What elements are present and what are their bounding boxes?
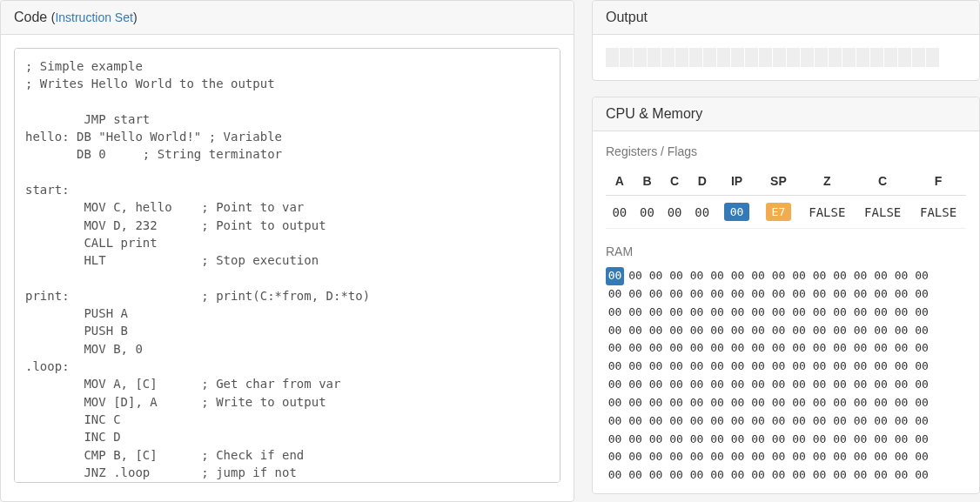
ram-cell[interactable]: 00 (728, 304, 747, 322)
ram-cell[interactable]: 00 (647, 322, 665, 340)
ram-cell[interactable]: 00 (872, 412, 890, 431)
ram-cell[interactable]: 00 (913, 394, 931, 412)
ram-cell[interactable]: 00 (606, 358, 624, 376)
ram-cell[interactable]: 00 (831, 358, 849, 376)
ram-cell[interactable]: 00 (728, 431, 747, 449)
ram-cell[interactable]: 00 (851, 431, 869, 449)
ram-cell[interactable]: 00 (810, 267, 829, 285)
ram-cell[interactable]: 00 (892, 267, 910, 285)
ram-cell[interactable]: 00 (688, 394, 706, 412)
ram-cell[interactable]: 00 (892, 466, 910, 485)
ram-cell[interactable]: 00 (831, 285, 849, 304)
ram-cell[interactable]: 00 (728, 322, 747, 340)
ram-cell[interactable]: 00 (913, 339, 931, 358)
ram-cell[interactable]: 00 (892, 448, 910, 466)
ram-cell[interactable]: 00 (728, 339, 747, 358)
ram-cell[interactable]: 00 (728, 376, 747, 394)
ram-cell[interactable]: 00 (851, 394, 869, 412)
ram-cell[interactable]: 00 (872, 267, 890, 285)
ram-cell[interactable]: 00 (790, 394, 809, 412)
ram-cell[interactable]: 00 (688, 322, 706, 340)
ram-cell[interactable]: 00 (647, 339, 665, 358)
ram-cell[interactable]: 00 (647, 304, 665, 322)
ram-cell[interactable]: 00 (708, 304, 727, 322)
ram-cell[interactable]: 00 (851, 304, 869, 322)
ram-cell[interactable]: 00 (668, 466, 686, 485)
ram-cell[interactable]: 00 (831, 376, 849, 394)
ram-cell[interactable]: 00 (749, 412, 768, 431)
ram-cell[interactable]: 00 (790, 466, 809, 485)
ram-cell[interactable]: 00 (688, 267, 706, 285)
ram-cell[interactable]: 00 (831, 448, 849, 466)
ram-cell[interactable]: 00 (851, 358, 869, 376)
ram-cell[interactable]: 00 (749, 267, 768, 285)
ram-cell[interactable]: 00 (810, 466, 829, 485)
ram-cell[interactable]: 00 (627, 322, 645, 340)
ram-cell[interactable]: 00 (606, 412, 624, 431)
ram-cell[interactable]: 00 (647, 376, 665, 394)
ram-cell[interactable]: 00 (851, 285, 869, 304)
ram-cell[interactable]: 00 (831, 431, 849, 449)
ram-cell[interactable]: 00 (688, 448, 706, 466)
ram-cell[interactable]: 00 (892, 285, 910, 304)
ram-cell[interactable]: 00 (892, 358, 910, 376)
ram-cell[interactable]: 00 (790, 285, 809, 304)
ram-cell[interactable]: 00 (913, 448, 931, 466)
ram-cell[interactable]: 00 (728, 358, 747, 376)
ram-cell[interactable]: 00 (851, 412, 869, 431)
ram-cell[interactable]: 00 (688, 358, 706, 376)
ram-cell[interactable]: 00 (831, 412, 849, 431)
ram-cell[interactable]: 00 (913, 466, 931, 485)
ram-cell[interactable]: 00 (790, 358, 809, 376)
ram-cell[interactable]: 00 (647, 285, 665, 304)
ram-cell[interactable]: 00 (749, 448, 768, 466)
ram-cell[interactable]: 00 (831, 394, 849, 412)
ram-cell[interactable]: 00 (749, 339, 768, 358)
ram-cell[interactable]: 00 (892, 339, 910, 358)
ram-cell[interactable]: 00 (851, 322, 869, 340)
ram-cell[interactable]: 00 (810, 322, 829, 340)
ram-cell[interactable]: 00 (647, 358, 665, 376)
ram-cell[interactable]: 00 (668, 412, 686, 431)
ram-cell[interactable]: 00 (749, 466, 768, 485)
ram-cell[interactable]: 00 (872, 339, 890, 358)
ram-cell[interactable]: 00 (708, 376, 727, 394)
ram-cell[interactable]: 00 (913, 304, 931, 322)
ram-cell[interactable]: 00 (769, 304, 788, 322)
ram-cell[interactable]: 00 (790, 267, 809, 285)
ram-cell[interactable]: 00 (872, 394, 890, 412)
ram-cell[interactable]: 00 (831, 466, 849, 485)
ram-cell[interactable]: 00 (810, 376, 829, 394)
ram-cell[interactable]: 00 (627, 267, 645, 285)
ram-cell[interactable]: 00 (872, 358, 890, 376)
ram-cell[interactable]: 00 (810, 304, 829, 322)
ram-cell[interactable]: 00 (606, 339, 624, 358)
ram-cell[interactable]: 00 (851, 466, 869, 485)
ram-cell[interactable]: 00 (913, 431, 931, 449)
ram-cell[interactable]: 00 (728, 394, 747, 412)
ram-cell[interactable]: 00 (790, 448, 809, 466)
ram-cell[interactable]: 00 (606, 448, 624, 466)
ram-cell[interactable]: 00 (708, 358, 727, 376)
ram-cell[interactable]: 00 (769, 376, 788, 394)
ram-cell[interactable]: 00 (627, 448, 645, 466)
ram-cell[interactable]: 00 (688, 376, 706, 394)
ram-cell[interactable]: 00 (627, 394, 645, 412)
ram-cell[interactable]: 00 (831, 339, 849, 358)
ram-cell[interactable]: 00 (647, 448, 665, 466)
ram-cell[interactable]: 00 (688, 412, 706, 431)
ram-cell[interactable]: 00 (728, 285, 747, 304)
ram-cell[interactable]: 00 (728, 412, 747, 431)
ram-cell[interactable]: 00 (769, 322, 788, 340)
ram-cell[interactable]: 00 (668, 285, 686, 304)
ram-cell[interactable]: 00 (769, 339, 788, 358)
ram-cell[interactable]: 00 (708, 466, 727, 485)
instruction-set-link[interactable]: Instruction Set (55, 10, 133, 24)
ram-cell[interactable]: 00 (647, 267, 665, 285)
ram-cell[interactable]: 00 (913, 412, 931, 431)
ram-cell[interactable]: 00 (769, 466, 788, 485)
ram-cell[interactable]: 00 (749, 285, 768, 304)
ram-cell[interactable]: 00 (647, 394, 665, 412)
ram-cell[interactable]: 00 (913, 358, 931, 376)
ram-cell[interactable]: 00 (790, 339, 809, 358)
